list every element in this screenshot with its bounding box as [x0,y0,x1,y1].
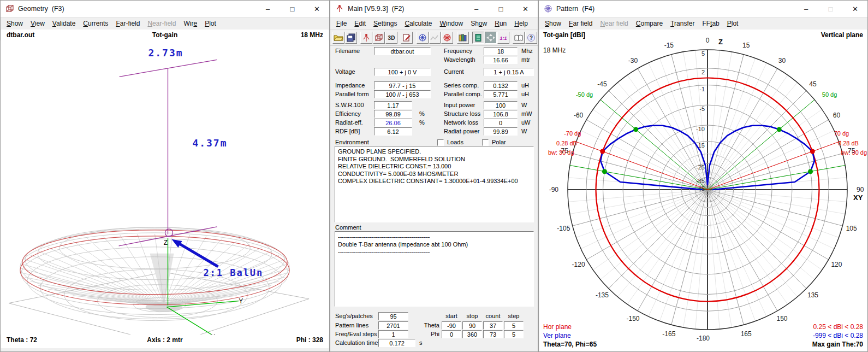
field-label-filename: Filename [335,47,360,55]
unit-input-power: W [521,101,527,109]
loads-checkbox-label: Loads [447,139,463,145]
pattern-window-title: Pattern (F4) [556,5,794,13]
field-rdf-db[interactable]: 6.12 [374,127,412,136]
unit-radiat-power: W [521,127,527,136]
field-parallel-form[interactable]: 100 // - j 653 [374,90,431,98]
menu-item-validate[interactable]: Validate [49,20,80,27]
menu-item-show[interactable]: Show [541,20,565,27]
field-calculation-time[interactable]: 0.172 [378,339,415,347]
loads-checkbox[interactable] [437,139,444,146]
y-axis-label: Y [239,297,243,305]
field-input-power[interactable]: 100 [484,101,518,109]
pattern-menu-bar: ShowFar fieldNear fieldCompareTransferFF… [539,17,867,30]
field-seg-s-patches[interactable]: 95 [378,312,408,320]
geometry-titlebar[interactable]: Geometry (F3) –□✕ [1,1,329,17]
field-parallel-comp[interactable]: 5.771 [484,90,518,98]
minimize-button[interactable]: – [255,1,280,17]
hor-plane-legend: Hor plane [543,323,572,331]
menu-item-fftab[interactable]: FFtab [698,20,723,27]
ring-label-2: 2 [701,69,705,75]
max-gain-label-left-0: -70 dg [564,130,581,137]
unit-wavelength: mtr [521,56,530,64]
menu-item-plot[interactable]: Plot [723,20,742,27]
menu-item-transfer[interactable]: Transfer [667,20,698,27]
field-label-input-power: Input power [444,101,475,109]
sweep-phi-start[interactable]: 0 [442,330,461,338]
field-efficiency[interactable]: 99.89 [374,110,412,118]
field-label-current: Current [444,68,464,76]
geometry-3d-plot[interactable]: ZYX2.73m4.37m2:1 BalUn [1,40,329,335]
ring-label--5: -5 [699,105,705,112]
main-window: Main [V5.9.3] (F2) –□✕ FileEditSettingsC… [330,0,538,352]
unit-network-loss: uW [521,119,531,127]
field-voltage[interactable]: 100 + j 0 V [374,68,431,76]
field-s-w-r-100[interactable]: 1.17 [374,101,412,109]
menu-item-far-field[interactable]: Far-field [112,20,144,27]
sweep-header-step: step [504,312,524,320]
field-structure-loss[interactable]: 106.8 [484,110,518,118]
field-label-pattern-lines: Pattern lines [335,321,368,330]
unit-calculation-time: s [419,339,423,347]
pattern-polar-plot[interactable]: 52-1-5-10-15-25-35-45-165-150-135-120-10… [539,38,868,349]
angle-label-135: 135 [807,291,818,299]
sweep-header-count: count [483,312,503,320]
field-network-loss[interactable]: 0 [484,119,518,127]
angle-label-120: 120 [831,261,842,268]
max-gain-label-right-1: 0.28 dB [838,140,859,146]
sweep-phi-stop[interactable]: 360 [462,330,482,338]
angle-label--165: -165 [662,330,675,338]
angle-label--45: -45 [597,80,607,88]
unit-structure-loss: mW [521,110,532,118]
field-label-rdf-db: RDF [dB] [335,127,360,136]
angle-label-60: 60 [833,112,841,119]
sweep-phi-step[interactable]: 5 [504,330,524,338]
angle-label-90: 90 [857,186,864,193]
geometry-gain-type: Tot-gain [1,31,329,39]
menu-item-view[interactable]: View [27,20,49,27]
polar-checkbox[interactable] [482,139,489,146]
sweep-theta-start[interactable]: -90 [442,321,461,330]
field-label-structure-loss: Structure loss [444,110,480,118]
angle-label--120: -120 [572,261,585,268]
sweep-phi-count[interactable]: 73 [483,330,503,338]
max-gain-label-right-0: 70 dg [834,130,849,137]
close-button[interactable]: ✕ [305,1,329,17]
menu-item-compare[interactable]: Compare [632,20,667,27]
field-label-radiat-power: Radiat-power [444,127,479,136]
menu-item-show[interactable]: Show [3,20,27,27]
pattern-titlebar[interactable]: Pattern (F4) –□✕ [539,1,867,17]
field-radiat-power[interactable]: 99.89 [484,127,518,136]
field-frequency[interactable]: 18 [484,47,518,55]
menu-item-plot[interactable]: Plot [201,20,220,27]
field-freq-eval-steps[interactable]: 1 [378,330,408,338]
field-series-comp[interactable]: 0.132 [484,81,518,90]
sweep-row-label-theta: Theta [422,321,439,330]
sweep-theta-count[interactable]: 37 [483,321,503,330]
sweep-theta-stop[interactable]: 90 [462,321,482,330]
field-impedance[interactable]: 97.7 - j 15 [374,81,431,90]
menu-item-currents[interactable]: Currents [79,20,112,27]
field-label-wavelength: Wavelength [444,56,475,64]
menu-item-wire[interactable]: Wire [180,20,201,27]
field-current[interactable]: 1 + j 0.15 A [484,68,534,76]
field-wavelength[interactable]: 16.66 [484,56,518,64]
minimize-button[interactable]: – [794,1,818,17]
field-radiat-eff[interactable]: 26.06 [374,119,412,127]
field-filename[interactable]: dtbar.out [374,47,431,55]
maximize-button[interactable]: □ [818,1,843,17]
close-button[interactable]: ✕ [843,1,867,17]
comment-box[interactable]: ----------------------------------------… [335,231,534,307]
angle-label--135: -135 [596,291,609,299]
angle-label-105: 105 [846,225,857,232]
geometry-phi-readout: Phi : 328 [296,336,323,344]
field-label-network-loss: Network loss [444,119,478,127]
sweep-theta-step[interactable]: 5 [504,321,524,330]
field-label-seg-s-patches: Seg's/patches [335,312,373,320]
menu-item-near-field[interactable]: Near field [596,20,632,27]
maximize-button[interactable]: □ [280,1,305,17]
menu-item-near-field[interactable]: Near-field [144,20,180,27]
angle-label-165: 165 [741,330,752,338]
field-pattern-lines[interactable]: 2701 [378,321,408,330]
field-label-freq-eval-steps: Freq/Eval steps [335,330,377,338]
menu-item-far-field[interactable]: Far field [565,20,596,27]
